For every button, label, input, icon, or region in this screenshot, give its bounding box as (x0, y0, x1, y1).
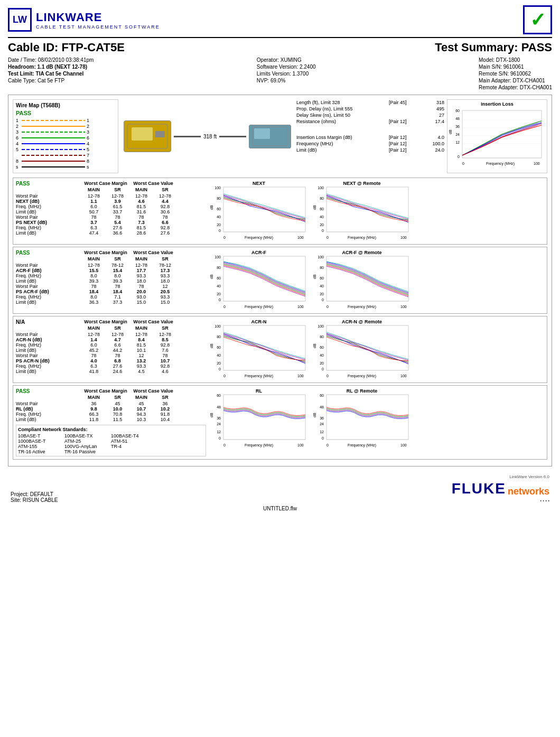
wire-label-6r: 6 (87, 135, 91, 141)
acrf-table-part: PASS Worst Case Margin Worst Case Value … (16, 250, 206, 311)
next-r1-m2: 12-78 (129, 193, 153, 199)
wire-label-5r: 5 (87, 147, 91, 152)
acrn-r2-s: 4.7 (106, 337, 129, 342)
acrn-r5-m: 78 (82, 353, 106, 358)
rl-sub-headers: MAIN SR MAIN SR (16, 395, 206, 400)
svg-rect-114 (326, 395, 408, 440)
main-content: Wire Map (T568B) PASS 1 1 2 2 3 (8, 95, 552, 467)
next-r5-m2: 78 (129, 214, 153, 220)
next-sr-h2: SR (153, 187, 177, 192)
svg-text:80: 80 (217, 266, 221, 269)
next-row-7: Freq. (MHz) 6.3 27.6 81.5 92.8 (16, 225, 206, 230)
rl-status-cell: PASS (16, 388, 82, 394)
meas-row-3: Delay Skew (ns), Limit 50 27 (296, 112, 444, 118)
std-4 (157, 433, 204, 439)
next-sr-h: SR (106, 187, 129, 192)
acrn-r1-m2: 12-78 (129, 332, 153, 337)
acrf-r6-m: 18.4 (82, 289, 106, 294)
rl-r1-s2: 36 (153, 401, 177, 406)
next-r1-s: 12-78 (106, 193, 129, 199)
rl-col-headers: PASS Worst Case Margin Worst Case Value (16, 388, 206, 394)
fluke-logo-area: FLUKE networks (452, 480, 549, 497)
meas-val-7: 24.0 (421, 147, 444, 153)
acrf-r8-m2: 15.0 (129, 300, 153, 305)
rl-r1-m: 36 (82, 401, 106, 406)
acrn-row-2: ACR-N (dB) 1.4 4.7 8.4 8.5 (16, 337, 206, 342)
acrf-row-4: Limit (dB) 39.3 39.3 18.0 18.0 (16, 278, 206, 284)
rl-r1-m2: 45 (129, 401, 153, 406)
rl-r3-l: Freq. (MHz) (16, 412, 82, 417)
acrf-chart-remote: ACR-F @ Remote 100 80 60 40 20 0 dB 0 10… (312, 250, 412, 311)
acrf-r3-l: Freq. (MHz) (16, 273, 82, 278)
wire-label-7r: 7 (87, 153, 91, 158)
acrf-r6-l: PS ACR-F (dB) (16, 289, 82, 294)
wire-map-status: PASS (16, 110, 115, 116)
remote-sn: Remote S/N: 9610062 (479, 71, 552, 77)
acrn-r8-s2: 4.6 (153, 369, 177, 374)
svg-text:60: 60 (320, 346, 324, 349)
acrf-r2-s2: 17.3 (153, 268, 177, 273)
acrf-r3-s: 8.0 (106, 273, 129, 278)
brand-name: LINKWARE (36, 11, 160, 24)
measurements-table: Length (ft), Limit 328 [Pair 45] 318 Pro… (296, 99, 444, 173)
linkware-ver: LinkWare Version 6.0 (509, 474, 549, 479)
rl-wcv-h: Worst Case Value (129, 388, 177, 394)
acrf-r1-l: Worst Pair (16, 263, 82, 268)
svg-text:40: 40 (217, 284, 221, 288)
rl-r4-s2: 10.4 (153, 417, 177, 422)
svg-rect-90 (326, 325, 408, 370)
wire-line-s: s s (16, 164, 115, 170)
wire-label-3l: 3 (16, 129, 20, 135)
svg-text:100: 100 (400, 236, 407, 239)
acrn-r1-m: 12-78 (82, 332, 106, 337)
svg-text:Frequency (MHz): Frequency (MHz) (348, 443, 376, 447)
logo-area: LW LINKWARE CABLE TEST MANAGEMENT SOFTWA… (8, 8, 160, 32)
next-row-3: Freq. (MHz) 6.0 61.5 81.5 92.8 (16, 204, 206, 209)
acrn-svg-main: 100 80 60 40 20 0 dB 0 100 Frequency (MH… (210, 324, 308, 380)
nvp: NVP: 69.0% (257, 78, 316, 83)
acrn-chart-remote-title: ACR-N @ Remote (342, 319, 382, 324)
rl-r2-l: RL (dB) (16, 406, 82, 412)
next-r7-m2: 81.5 (129, 225, 153, 230)
device-row: 318 ft (124, 120, 291, 152)
acrn-r6-s: 6.8 (106, 358, 129, 363)
acrn-r5-s2: 78 (153, 353, 177, 358)
acrn-r6-s2: 10.7 (153, 358, 177, 363)
svg-text:dB: dB (210, 274, 213, 279)
svg-text:80: 80 (217, 335, 221, 339)
meas-pair-7: [Pair 12] (389, 147, 421, 153)
acrn-r4-l: Limit (dB) (16, 348, 82, 353)
next-r5-m: 78 (82, 214, 106, 220)
next-inner: PASS Worst Case Margin Worst Case Value … (16, 181, 544, 241)
rl-r1-l: Worst Pair (16, 401, 82, 406)
acrn-charts-part: ACR-N 100 80 60 40 20 0 dB 0 100 (209, 319, 544, 380)
meas-row-1: Length (ft), Limit 328 [Pair 45] 318 (296, 99, 444, 106)
acrf-r5-m: 78 (82, 284, 106, 289)
svg-text:Frequency (MHz): Frequency (MHz) (245, 305, 273, 309)
acrn-sub-headers: MAIN SR MAIN SR (16, 325, 206, 331)
std-6: ATM-25 (64, 439, 111, 444)
acrf-r1-s2: 78-12 (153, 263, 177, 268)
acrn-col-headers: N/A Worst Case Margin Worst Case Value (16, 319, 206, 325)
logo-box: LW (8, 8, 32, 32)
test-summary: Test Summary: PASS (435, 41, 552, 54)
device-section: 318 ft (124, 99, 291, 173)
acrn-r4-s: 44.2 (106, 348, 129, 353)
acrn-row-8: Limit (dB) 41.8 24.6 4.5 4.6 (16, 369, 206, 374)
acrn-table-part: N/A Worst Case Margin Worst Case Value M… (16, 319, 206, 380)
svg-rect-30 (223, 187, 305, 232)
svg-text:36: 36 (217, 416, 221, 420)
acrn-r3-m: 6.0 (82, 342, 106, 348)
acrn-r1-s2: 12-78 (153, 332, 177, 337)
svg-text:12: 12 (217, 430, 221, 434)
acrn-svg-remote: 100 80 60 40 20 0 dB 0 100 Frequency (MH… (313, 324, 411, 380)
header: LW LINKWARE CABLE TEST MANAGEMENT SOFTWA… (8, 5, 552, 38)
svg-text:100: 100 (318, 186, 324, 190)
acrf-r8-s: 37.3 (106, 300, 129, 305)
svg-text:0: 0 (219, 436, 221, 440)
acrn-r8-s: 24.6 (106, 369, 129, 374)
next-row-2: NEXT (dB) 1.1 3.9 4.6 4.4 (16, 199, 206, 204)
acrf-r7-s: 7.1 (106, 294, 129, 300)
next-r6-label: PS NEXT (dB) (16, 220, 82, 225)
next-r2-s: 3.9 (106, 199, 129, 204)
